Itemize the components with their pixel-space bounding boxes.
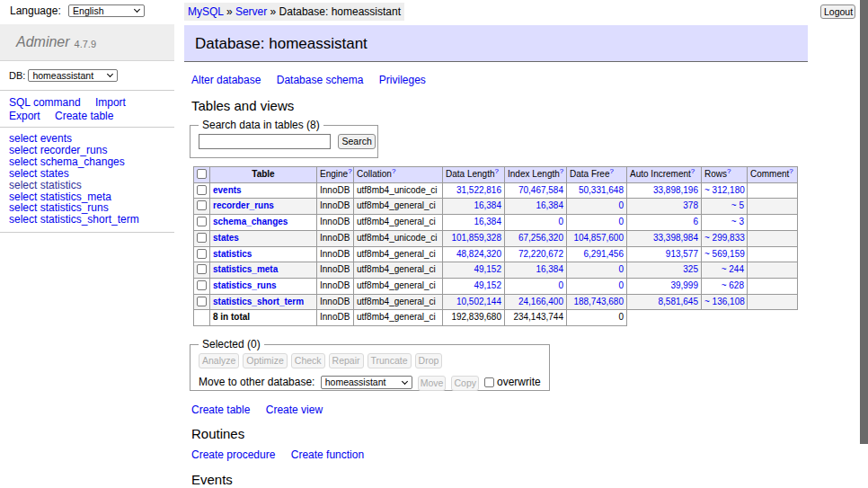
breadcrumb-link-mysql[interactable]: MySQL bbox=[188, 5, 224, 18]
link-create-table[interactable]: Create table bbox=[191, 404, 250, 416]
sidebar-item-select-states[interactable]: select states bbox=[9, 168, 165, 180]
rows-link-schema_changes[interactable]: ~ 3 bbox=[731, 217, 744, 226]
data_length-link-statistics[interactable]: 48,824,320 bbox=[456, 249, 501, 259]
rows-link-events[interactable]: ~ 312,180 bbox=[704, 185, 745, 195]
rows-link-states[interactable]: ~ 299,833 bbox=[704, 233, 745, 243]
sidebar-item-select-events[interactable]: select events bbox=[9, 133, 165, 145]
vertical-scrollbar bbox=[859, 0, 868, 488]
auto_increment-link-statistics[interactable]: 913,577 bbox=[666, 249, 698, 259]
data_free-link-statistics_runs[interactable]: 0 bbox=[618, 280, 624, 290]
sidebar-item-select-recorder_runs[interactable]: select recorder_runs bbox=[9, 145, 165, 156]
data_free-link-statistics_short_term[interactable]: 188,743,680 bbox=[573, 297, 624, 306]
table-link-statistics_runs[interactable]: statistics_runs bbox=[213, 280, 277, 290]
row-checkbox-statistics_runs[interactable] bbox=[197, 280, 207, 290]
data_free-link-recorder_runs[interactable]: 0 bbox=[618, 200, 624, 210]
adminer-version-link[interactable]: 4.7.9 bbox=[75, 39, 96, 49]
data_length-link-statistics_short_term[interactable]: 10,502,144 bbox=[456, 297, 501, 306]
data_free-link-events[interactable]: 50,331,648 bbox=[579, 185, 624, 195]
rows-link-statistics_meta[interactable]: ~ 244 bbox=[722, 264, 744, 274]
data_free-link-schema_changes[interactable]: 0 bbox=[618, 217, 624, 226]
select-all-checkbox[interactable] bbox=[197, 169, 207, 179]
row-checkbox-recorder_runs[interactable] bbox=[197, 200, 207, 210]
auto_increment-link-statistics_meta[interactable]: 325 bbox=[683, 264, 698, 274]
help-icon[interactable]: ? bbox=[691, 167, 695, 175]
data_length-link-statistics_runs[interactable]: 49,152 bbox=[474, 280, 501, 290]
rows-link-recorder_runs[interactable]: ~ 5 bbox=[731, 200, 744, 210]
table-link-schema_changes[interactable]: schema_changes bbox=[213, 217, 288, 226]
help-icon[interactable]: ? bbox=[348, 167, 351, 175]
auto_increment-link-statistics_short_term[interactable]: 8,581,645 bbox=[659, 297, 699, 306]
sidebar-item-select-schema_changes[interactable]: select schema_changes bbox=[9, 156, 165, 168]
sidebar-action-create-table[interactable]: Create table bbox=[55, 110, 113, 122]
help-icon[interactable]: ? bbox=[392, 167, 395, 175]
auto_increment-link-statistics_runs[interactable]: 39,999 bbox=[670, 280, 698, 290]
table-link-recorder_runs[interactable]: recorder_runs bbox=[213, 200, 274, 210]
cell-auto_increment: 33,898,196 bbox=[627, 182, 702, 199]
rows-link-statistics_runs[interactable]: ~ 628 bbox=[722, 280, 744, 290]
row-checkbox-statistics_meta[interactable] bbox=[197, 264, 207, 274]
index_length-link-recorder_runs[interactable]: 16,384 bbox=[536, 200, 563, 210]
adminer-logo[interactable]: Adminer bbox=[16, 34, 70, 50]
rows-link-statistics_short_term[interactable]: ~ 136,108 bbox=[704, 297, 745, 306]
row-checkbox-statistics[interactable] bbox=[197, 249, 207, 259]
table-link-statistics[interactable]: statistics bbox=[213, 249, 252, 259]
index_length-link-statistics_short_term[interactable]: 24,166,400 bbox=[518, 297, 563, 306]
auto_increment-link-states[interactable]: 33,398,984 bbox=[653, 233, 698, 243]
sidebar-action-sql-command[interactable]: SQL command bbox=[9, 96, 81, 109]
data_free-link-statistics[interactable]: 6,291,456 bbox=[584, 249, 624, 259]
link-alter-database[interactable]: Alter database bbox=[191, 74, 261, 86]
move-db-select[interactable]: homeassistant bbox=[321, 376, 412, 389]
data_length-link-recorder_runs[interactable]: 16,384 bbox=[474, 200, 501, 210]
help-icon[interactable]: ? bbox=[789, 167, 793, 175]
auto_increment-link-schema_changes[interactable]: 6 bbox=[693, 217, 698, 226]
data_length-link-schema_changes[interactable]: 16,384 bbox=[474, 217, 501, 226]
breadcrumb-link-server[interactable]: Server bbox=[235, 5, 267, 18]
row-checkbox-statistics_short_term[interactable] bbox=[197, 297, 207, 306]
search-input[interactable] bbox=[199, 134, 331, 149]
link-database-schema[interactable]: Database schema bbox=[277, 74, 364, 86]
help-icon[interactable]: ? bbox=[609, 167, 613, 175]
data_length-link-events[interactable]: 31,522,816 bbox=[456, 185, 501, 195]
row-checkbox-schema_changes[interactable] bbox=[197, 217, 207, 226]
auto_increment-link-events[interactable]: 33,898,196 bbox=[653, 185, 698, 195]
rows-link-statistics[interactable]: ~ 569,159 bbox=[704, 249, 745, 259]
index_length-link-statistics[interactable]: 72,220,672 bbox=[518, 249, 563, 259]
index_length-link-statistics_runs[interactable]: 0 bbox=[558, 280, 563, 290]
table-link-statistics_meta[interactable]: statistics_meta bbox=[213, 264, 278, 274]
data_free-link-statistics_meta[interactable]: 0 bbox=[618, 264, 624, 274]
index_length-link-statistics_meta[interactable]: 16,384 bbox=[536, 264, 563, 274]
help-icon[interactable]: ? bbox=[727, 167, 731, 175]
index_length-link-schema_changes[interactable]: 0 bbox=[558, 217, 563, 226]
index_length-link-states[interactable]: 67,256,320 bbox=[518, 233, 563, 243]
data_length-link-states[interactable]: 101,859,328 bbox=[451, 233, 501, 243]
sidebar-item-select-statistics[interactable]: select statistics bbox=[9, 180, 165, 191]
table-row-recorder_runs: recorder_runsInnoDButf8mb4_general_ci16,… bbox=[194, 199, 798, 215]
table-link-states[interactable]: states bbox=[213, 233, 239, 243]
help-icon[interactable]: ? bbox=[495, 167, 499, 175]
row-checkbox-states[interactable] bbox=[197, 233, 207, 243]
row-checkbox-events[interactable] bbox=[197, 185, 207, 195]
sidebar-item-select-statistics_short_term[interactable]: select statistics_short_term bbox=[9, 214, 165, 226]
link-create-function[interactable]: Create function bbox=[291, 448, 364, 461]
logout-button[interactable]: Logout bbox=[820, 4, 855, 19]
cell-engine: InnoDB bbox=[317, 246, 354, 262]
link-create-view[interactable]: Create view bbox=[266, 404, 323, 416]
search-button[interactable]: Search bbox=[338, 134, 375, 149]
overwrite-checkbox[interactable] bbox=[484, 377, 494, 387]
help-icon[interactable]: ? bbox=[560, 167, 563, 175]
db-select[interactable]: homeassistant bbox=[28, 69, 118, 82]
table-link-statistics_short_term[interactable]: statistics_short_term bbox=[213, 297, 304, 306]
index_length-link-events[interactable]: 70,467,584 bbox=[518, 185, 563, 195]
link-create-procedure[interactable]: Create procedure bbox=[191, 448, 275, 461]
table-link-events[interactable]: events bbox=[213, 185, 242, 195]
cell-data_free: 188,743,680 bbox=[567, 294, 627, 310]
link-privileges[interactable]: Privileges bbox=[379, 74, 426, 86]
data_free-link-states[interactable]: 104,857,600 bbox=[573, 233, 624, 243]
data_length-link-statistics_meta[interactable]: 49,152 bbox=[474, 264, 501, 274]
auto_increment-link-recorder_runs[interactable]: 378 bbox=[683, 200, 698, 210]
scrollbar-thumb[interactable] bbox=[860, 0, 868, 444]
sidebar-action-import[interactable]: Import bbox=[95, 96, 126, 109]
sidebar-action-export[interactable]: Export bbox=[9, 110, 40, 122]
selected-fieldset: Selected (0) AnalyzeOptimizeCheckRepairT… bbox=[190, 344, 550, 391]
language-select[interactable]: English bbox=[68, 4, 145, 17]
